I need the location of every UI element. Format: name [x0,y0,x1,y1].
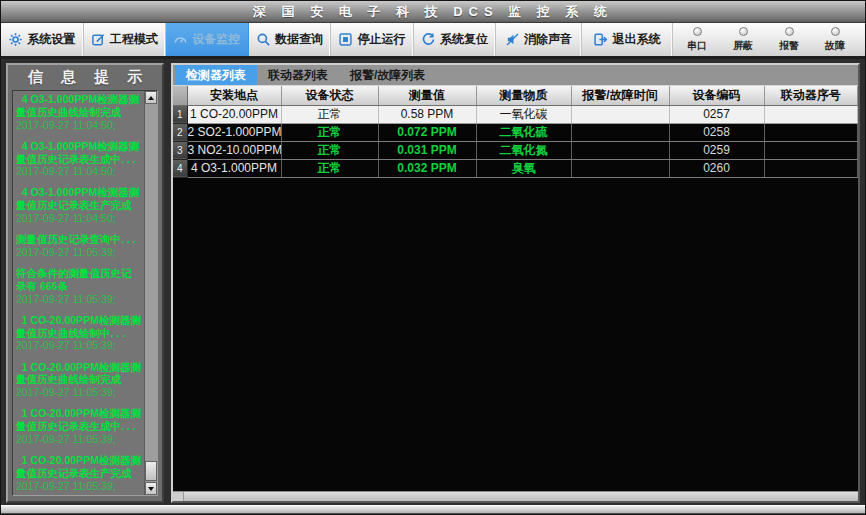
cell-value: 0.072 PPM [378,123,476,141]
fault-label: 故障 [825,39,845,53]
system-reset-label: 系统复位 [440,31,488,48]
scrollbar-thumb[interactable] [145,461,157,481]
content-area: 信 息 提 示 4 O3-1.000PPM检测器测量值历史曲线绘制完成 2017… [1,59,865,505]
cell-linkage-no [764,105,858,123]
log-timestamp: 2017-09-27 11:04:50; [16,119,141,132]
main-panel: 检测器列表 联动器列表 报警/故障列表 安装地点 设备状态 测量值 测量物质 [171,63,860,503]
cell-linkage-no [764,123,858,141]
toolbar: 系统设置 工程模式 设备监控 [1,23,865,59]
alarm-indicator: 报警 [769,27,809,53]
device-monitor-button[interactable]: 设备监控 [166,23,249,56]
cell-linkage-no [764,159,858,177]
mute-sound-button[interactable]: 消除声音 [496,23,581,56]
cell-device-code: 0260 [669,159,764,177]
header-location: 安装地点 [187,86,281,105]
log-message: 1 CO-20.00PPM检测器测量值历史曲线绘制完成 [16,361,141,387]
detector-table: 安装地点 设备状态 测量值 测量物质 报警/故障时间 设备编码 联动器序号 1 … [173,86,858,178]
log-timestamp: 2017-09-27 11:05:39; [16,339,141,352]
log-entry: 符合条件的测量值历史记录有 666条 2017-09-27 11:05:39; [16,267,141,306]
log-message: 1 CO-20.00PPM检测器测量值历史记录表生成中. . . [16,407,141,433]
exit-icon [593,32,608,47]
cell-value: 0.032 PPM [378,159,476,177]
log-entry: 4 O3-1.000PPM检测器测量值历史曲线绘制完成 2017-09-27 1… [16,93,141,132]
header-value: 测量值 [378,86,476,105]
horizontal-scrollbar[interactable] [173,491,858,501]
log-entry: 1 CO-20.00PPM检测器测量值历史曲线绘制中. . . 2017-09-… [16,314,141,353]
log-entry: 1 CO-20.00PPM检测器测量值历史曲线绘制完成 2017-09-27 1… [16,361,141,400]
log-timestamp: 2017-09-27 11:05:39; [16,433,141,446]
cell-alarm-time [571,105,669,123]
message-log-list: 4 O3-1.000PPM检测器测量值历史曲线绘制完成 2017-09-27 1… [13,91,144,495]
data-query-button[interactable]: 数据查询 [249,23,332,56]
gauge-icon [173,32,188,47]
message-log-box: 4 O3-1.000PPM检测器测量值历史曲线绘制完成 2017-09-27 1… [12,90,158,496]
title-bar: 深 国 安 电 子 科 技 DCS 监 控 系 统 [1,1,865,23]
log-entry: 测量值历史记录查询中. . . 2017-09-27 11:05:39; [16,233,141,259]
log-message: 4 O3-1.000PPM检测器测量值历史记录表生成中. . . [16,140,141,166]
serial-port-led-icon [693,27,702,36]
system-reset-button[interactable]: 系统复位 [414,23,497,56]
cell-substance: 一氧化碳 [476,105,571,123]
arrow-down-icon [148,487,154,491]
row-number: 4 [173,159,187,177]
mute-icon [505,32,520,47]
search-icon [256,32,271,47]
cell-value: 0.58 PPM [378,105,476,123]
cell-status: 正常 [281,105,378,123]
tab-detector-list[interactable]: 检测器列表 [175,65,257,85]
device-monitor-label: 设备监控 [192,31,240,48]
status-indicator-area: 串口 屏蔽 报警 故障 [673,23,865,56]
row-number: 1 [173,105,187,123]
scroll-down-button[interactable] [145,482,157,495]
app-title: 深 国 安 电 子 科 技 DCS 监 控 系 统 [253,3,613,21]
arrow-up-icon [148,96,154,100]
cell-location: 3 NO2-10.00PPM [187,141,281,159]
system-settings-label: 系统设置 [27,31,75,48]
tab-linkage-list[interactable]: 联动器列表 [257,65,339,85]
log-timestamp: 2017-09-27 11:04:50; [16,165,141,178]
log-timestamp: 2017-09-27 11:04:50; [16,212,141,225]
log-message: 1 CO-20.00PPM检测器测量值历史记录表生产完成 [16,454,141,480]
log-message: 测量值历史记录查询中. . . [16,233,141,246]
scroll-up-button[interactable] [145,91,157,104]
header-alarm-time: 报警/故障时间 [571,86,669,105]
log-entry: 4 O3-1.000PPM检测器测量值历史记录表生成中. . . 2017-09… [16,140,141,179]
cell-alarm-time [571,123,669,141]
log-message: 4 O3-1.000PPM检测器测量值历史记录表生产完成 [16,186,141,212]
alarm-label: 报警 [779,39,799,53]
cell-linkage-no [764,141,858,159]
row-number: 2 [173,123,187,141]
cell-device-code: 0257 [669,105,764,123]
horizontal-scrollbar-corner [173,492,184,501]
table-row[interactable]: 2 2 SO2-1.000PPM 正常 0.072 PPM 二氧化硫 0258 [173,123,858,141]
detector-table-area: 安装地点 设备状态 测量值 测量物质 报警/故障时间 设备编码 联动器序号 1 … [173,86,858,491]
gear-icon [8,32,23,47]
stop-run-label: 停止运行 [357,31,405,48]
log-entry: 1 CO-20.00PPM检测器测量值历史记录表生产完成 2017-09-27 … [16,454,141,493]
cell-alarm-time [571,141,669,159]
serial-port-indicator: 串口 [677,27,717,53]
stop-run-button[interactable]: 停止运行 [331,23,414,56]
table-corner-cell [173,86,187,105]
table-row[interactable]: 3 3 NO2-10.00PPM 正常 0.031 PPM 二氧化氮 0259 [173,141,858,159]
log-message: 1 CO-20.00PPM检测器测量值历史曲线绘制中. . . [16,314,141,340]
table-row[interactable]: 4 4 O3-1.000PPM 正常 0.032 PPM 臭氧 0260 [173,159,858,177]
shield-led-icon [739,27,748,36]
cell-status: 正常 [281,159,378,177]
scrollbar-track[interactable] [145,104,157,482]
stop-icon [338,32,353,47]
log-timestamp: 2017-09-27 11:05:39; [16,480,141,493]
table-row[interactable]: 1 1 CO-20.00PPM 正常 0.58 PPM 一氧化碳 0257 [173,105,858,123]
info-panel-title: 信 息 提 示 [8,65,162,90]
fault-indicator: 故障 [815,27,855,53]
tab-alarm-fault-list[interactable]: 报警/故障列表 [339,65,436,85]
cell-device-code: 0259 [669,141,764,159]
engineering-mode-button[interactable]: 工程模式 [84,23,167,56]
engineering-mode-label: 工程模式 [110,31,158,48]
exit-system-label: 退出系统 [612,31,660,48]
exit-system-button[interactable]: 退出系统 [582,23,673,56]
system-settings-button[interactable]: 系统设置 [1,23,84,56]
log-scrollbar[interactable] [144,91,157,495]
cell-substance: 二氧化硫 [476,123,571,141]
serial-port-label: 串口 [687,39,707,53]
